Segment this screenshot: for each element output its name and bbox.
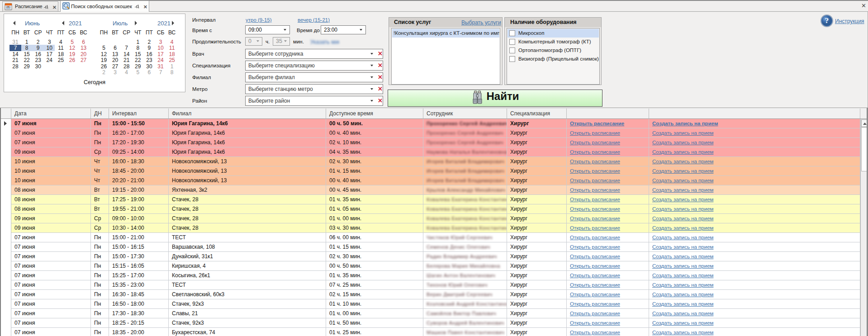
svg-text:?: ? bbox=[825, 16, 829, 25]
